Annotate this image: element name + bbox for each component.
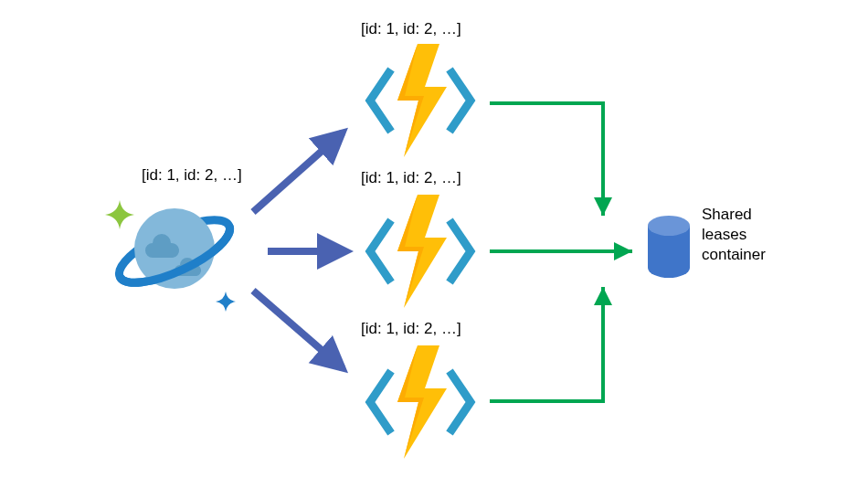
- function-icon-3: [361, 345, 480, 462]
- function-label-2: [id: 1, id: 2, …]: [361, 169, 461, 187]
- database-label-line3: container: [702, 245, 766, 265]
- database-label-line1: Shared: [702, 205, 766, 225]
- svg-line-3: [253, 133, 343, 212]
- database-label: Shared leases container: [702, 205, 766, 265]
- cosmos-db-label: [id: 1, id: 2, …]: [142, 166, 242, 185]
- function-label-1: [id: 1, id: 2, …]: [361, 20, 461, 38]
- svg-line-5: [253, 291, 343, 368]
- function-icon-2: [361, 195, 480, 312]
- cosmos-db-icon: [105, 183, 251, 324]
- database-label-line2: leases: [702, 225, 766, 245]
- function-label-3: [id: 1, id: 2, …]: [361, 320, 461, 338]
- architecture-diagram: [id: 1, id: 2, …] [id: 1, id: 2, …] [id:…: [0, 0, 868, 488]
- database-icon: [644, 215, 693, 282]
- svg-point-2: [648, 216, 690, 236]
- function-icon-1: [361, 44, 480, 161]
